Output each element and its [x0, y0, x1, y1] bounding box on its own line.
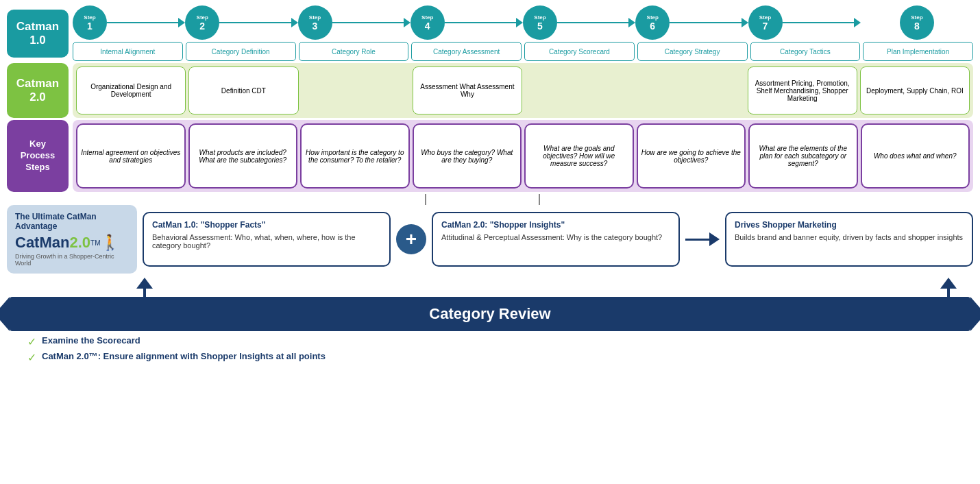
- key-process-label: Key Process Steps: [7, 120, 69, 192]
- catman20-content: Organizational Design and Development De…: [73, 63, 973, 118]
- bottom-section: The Ultimate CatMan Advantage CatMan 2.0…: [7, 205, 973, 274]
- step-5-arrow: [557, 18, 635, 27]
- key-cell-1: Internal agreement on objectives and str…: [76, 123, 186, 189]
- shopper-marketing-content: Builds brand and banner equity, driven b…: [735, 233, 964, 241]
- catman20-label: Catman 2.0: [7, 63, 69, 118]
- step-2-header: Step 2: [185, 5, 297, 40]
- catman20-cell-2: Definition CDT: [188, 66, 298, 114]
- shopper-marketing-title: Drives Shopper Marketing: [735, 220, 964, 230]
- step-6-circle: Step 6: [635, 5, 670, 40]
- label-category-assessment: Category Assessment: [411, 42, 522, 61]
- shopper-insights-title: CatMan 2.0: "Shopper Insights": [441, 220, 670, 230]
- catman-tagline: Driving Growth in a Shopper-Centric Worl…: [15, 253, 129, 267]
- review-bullets-container: ✓ Examine the Scorecard ✓ CatMan 2.0™: E…: [7, 335, 973, 364]
- step-7-circle: Step 7: [748, 5, 783, 40]
- label-category-scorecard: Category Scorecard: [524, 42, 635, 61]
- category-review-section: Category Review: [7, 278, 973, 331]
- bullet-1-text: Examine the Scorecard: [42, 335, 140, 346]
- steps-header-row: Catman 1.0 Step 1: [7, 5, 973, 61]
- up-arrow-right-head: [940, 278, 957, 289]
- key-cell-4: Who buys the category? What are they buy…: [413, 123, 522, 189]
- step-1-arrow: [107, 18, 185, 27]
- step-6-arrow: [670, 18, 748, 27]
- label-category-strategy: Category Strategy: [637, 42, 748, 61]
- step-4-circle: Step 4: [411, 5, 445, 40]
- catman20-cell-3-empty: [302, 66, 410, 114]
- up-arrow-left: [136, 278, 153, 297]
- step-7-arrow: [783, 18, 861, 27]
- shopper-insights-box: CatMan 2.0: "Shopper Insights" Attitudin…: [432, 212, 680, 267]
- catman-advantage-box: The Ultimate CatMan Advantage CatMan 2.0…: [7, 205, 137, 274]
- checkmark-1: ✓: [27, 335, 36, 348]
- step-3-circle: Step 3: [298, 5, 332, 40]
- key-cell-2: What products are included? What are the…: [188, 123, 298, 189]
- label-category-tactics: Category Tactics: [750, 42, 861, 61]
- label-plan-implementation: Plan Implementation: [863, 42, 973, 61]
- catman-logo-version: 2.0: [69, 234, 90, 252]
- step-8-circle: Step 8: [900, 5, 934, 40]
- shopper-facts-content: Behavioral Assessment: Who, what, when, …: [152, 233, 381, 250]
- step-3-header: Step 3: [298, 5, 411, 40]
- up-arrow-left-head: [136, 278, 153, 289]
- catman20-cell-6-empty: [636, 66, 744, 114]
- catman-figure-icon: 🚶: [101, 234, 119, 252]
- up-arrows-row: [7, 278, 973, 297]
- bullet-2-text: CatMan 2.0™: Ensure alignment with Shopp…: [42, 351, 326, 361]
- connector-area: [7, 194, 973, 205]
- bullet-2: ✓ CatMan 2.0™: Ensure alignment with Sho…: [27, 351, 973, 364]
- shopper-insights-content: Attitudinal & Perceptual Assessment: Why…: [441, 233, 670, 241]
- catman20-cell-4: Assessment What Assessment Why: [413, 66, 522, 114]
- up-arrow-left-shaft: [143, 289, 146, 297]
- category-review-bar: Category Review: [10, 297, 970, 331]
- catman20-cell-5-empty: [525, 66, 633, 114]
- right-arrow: [685, 232, 720, 246]
- catman-tm: TM: [90, 239, 100, 247]
- right-arrow-head: [709, 232, 720, 246]
- key-process-row: Key Process Steps Internal agreement on …: [7, 120, 973, 192]
- step-4-header: Step 4: [411, 5, 523, 40]
- category-review-title: Category Review: [429, 305, 550, 323]
- connector-line-left: [425, 194, 426, 205]
- connector-line-right: [539, 194, 540, 205]
- step-5-circle: Step 5: [523, 5, 557, 40]
- step-7-header: Step 7: [748, 5, 861, 40]
- step-2-arrow: [219, 18, 297, 27]
- key-cell-5: What are the goals and objectives? How w…: [524, 123, 634, 189]
- plus-icon: +: [406, 230, 417, 249]
- shopper-facts-title: CatMan 1.0: "Shopper Facts": [152, 220, 381, 230]
- catman10-labels-row: Internal Alignment Category Definition C…: [73, 42, 973, 61]
- catman-logo: CatMan 2.0 TM 🚶: [15, 234, 119, 252]
- label-category-role: Category Role: [299, 42, 409, 61]
- shopper-facts-box: CatMan 1.0: "Shopper Facts" Behavioral A…: [143, 212, 391, 267]
- step-6-header: Step 6: [635, 5, 748, 40]
- label-internal-alignment: Internal Alignment: [73, 42, 183, 61]
- step-2-circle: Step 2: [185, 5, 219, 40]
- step-1-header: Step 1: [73, 5, 185, 40]
- catman20-cell-1: Organizational Design and Development: [76, 66, 186, 114]
- steps-circles-row: Step 1 Step 2: [73, 5, 973, 40]
- key-process-content: Internal agreement on objectives and str…: [73, 120, 973, 192]
- catman-logo-text: CatMan: [15, 234, 69, 252]
- step-1-circle: Step 1: [73, 5, 107, 40]
- step-8-header: Step 8: [861, 5, 973, 40]
- key-cell-3: How important is the category to the con…: [300, 123, 410, 189]
- bar-left-arrow: [0, 297, 10, 331]
- checkmark-2: ✓: [27, 351, 36, 364]
- step-3-arrow: [332, 18, 411, 27]
- catman10-label: Catman 1.0: [7, 10, 69, 58]
- catman20-cell-7: Assortment Pricing, Promotion, Shelf Mer…: [748, 66, 857, 114]
- up-arrow-right-shaft: [947, 289, 950, 297]
- shopper-marketing-box: Drives Shopper Marketing Builds brand an…: [725, 212, 973, 267]
- bullet-1: ✓ Examine the Scorecard: [27, 335, 973, 348]
- catman-advantage-title: The Ultimate CatMan Advantage: [15, 212, 129, 231]
- label-category-definition: Category Definition: [186, 42, 296, 61]
- key-cell-8: Who does what and when?: [861, 123, 970, 189]
- right-arrow-line: [685, 239, 709, 241]
- up-arrow-right: [940, 278, 957, 297]
- step-5-header: Step 5: [523, 5, 635, 40]
- key-cell-7: What are the elements of the plan for ea…: [748, 123, 858, 189]
- key-cell-6: How are we going to achieve the objectiv…: [637, 123, 746, 189]
- catman20-cell-8: Deployment, Supply Chain, ROI: [860, 66, 970, 114]
- bar-right-arrow: [970, 297, 980, 331]
- step-4-arrow: [445, 18, 523, 27]
